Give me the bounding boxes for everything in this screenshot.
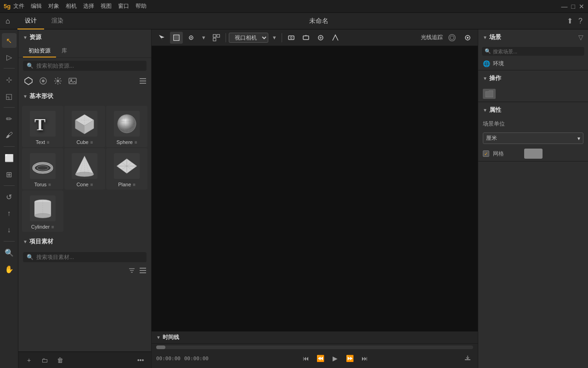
menu-file[interactable]: 文件 [13, 2, 24, 10]
grid-checkbox[interactable]: ✓ [483, 150, 489, 157]
vt-settings[interactable] [461, 32, 474, 44]
vt-snap[interactable] [185, 32, 198, 44]
home-icon[interactable]: ⌂ [6, 17, 10, 25]
toolbar-down[interactable]: ↓ [2, 223, 17, 237]
properties-header[interactable]: ▼ 属性 [478, 102, 588, 118]
basic-shapes-header[interactable]: ▼ 基本形状 [18, 88, 151, 104]
maximize-icon[interactable]: □ [571, 3, 575, 10]
scene-unit-dropdown[interactable]: 厘米 ▾ [483, 132, 583, 144]
vt-transform[interactable] [210, 32, 223, 44]
tab-library[interactable]: 库 [56, 45, 73, 58]
project-sort-icon[interactable] [128, 267, 136, 274]
folder-icon[interactable] [483, 89, 496, 99]
shape-cylinder[interactable]: Cylinder ≡ [22, 190, 63, 232]
scene-environment[interactable]: 🌐 环境 [478, 58, 588, 70]
camera-select[interactable]: 视口相机 [229, 33, 268, 43]
delete-button[interactable]: 🗑 [54, 354, 66, 366]
panel-scroll: ▼ 基本形状 T Text ≡ [18, 88, 151, 351]
menu-object[interactable]: 对象 [48, 2, 59, 10]
project-list-icon[interactable] [139, 267, 147, 274]
toolbar-up[interactable]: ↑ [2, 206, 17, 221]
filter-light-icon[interactable] [52, 75, 63, 86]
filter-material-icon[interactable] [38, 75, 49, 86]
shape-text[interactable]: T Text ≡ [22, 106, 63, 147]
scene-search-input[interactable] [493, 49, 582, 54]
scene-title: 场景 [489, 33, 501, 41]
svg-rect-68 [213, 38, 216, 41]
assets-section-header[interactable]: ▼ 资源 [18, 29, 151, 45]
scene-section-header[interactable]: ▼ 场景 ▽ [478, 29, 588, 45]
add-button[interactable]: + [23, 354, 35, 366]
shape-plane[interactable]: Plane ≡ [106, 148, 147, 190]
help-icon[interactable]: ? [578, 17, 582, 25]
tc-next-frame[interactable]: ⏩ [345, 353, 356, 364]
tab-initial-assets[interactable]: 初始资源 [23, 45, 56, 58]
scene-filter-icon[interactable]: ▽ [578, 34, 583, 41]
vt-raytracing-toggle[interactable] [445, 32, 459, 44]
minimize-icon[interactable]: — [561, 3, 568, 10]
shape-torus[interactable]: Torus ≡ [22, 148, 63, 190]
project-search-input[interactable] [36, 254, 143, 260]
menu-window[interactable]: 窗口 [118, 2, 129, 10]
project-assets-header[interactable]: ▼ 项目素材 [18, 234, 151, 249]
toolbar-pen[interactable]: ✏ [2, 111, 17, 126]
viewport-canvas[interactable] [152, 46, 478, 331]
tab-design[interactable]: 设计 [17, 13, 44, 29]
vt-frame[interactable] [170, 32, 183, 44]
vt-chevron-cam[interactable]: ▾ [270, 32, 279, 44]
tc-skip-back[interactable]: ⏮ [300, 353, 311, 364]
vt-cam4[interactable] [329, 32, 342, 44]
shape-sphere-settings[interactable]: ≡ [135, 140, 137, 145]
shape-text-settings[interactable]: ≡ [47, 140, 50, 145]
project-search: 🔍 [23, 252, 147, 262]
tc-prev-frame[interactable]: ⏪ [315, 353, 326, 364]
vt-cam2[interactable] [300, 32, 312, 44]
shape-cone-settings[interactable]: ≡ [90, 182, 93, 187]
more-button[interactable]: ••• [135, 354, 147, 366]
menu-help[interactable]: 帮助 [136, 2, 147, 10]
toolbar-undo[interactable]: ↺ [2, 190, 17, 204]
grid-color[interactable] [524, 149, 543, 159]
share-icon[interactable]: ⬆ [567, 17, 573, 25]
menu-view[interactable]: 视图 [101, 2, 112, 10]
toolbar-shape[interactable]: ◱ [2, 89, 17, 104]
folder-button[interactable]: 🗀 [39, 354, 51, 366]
shape-torus-settings[interactable]: ≡ [48, 182, 51, 187]
filter-3d-icon[interactable] [23, 75, 34, 86]
svg-rect-67 [217, 34, 220, 37]
vt-cam1[interactable] [285, 32, 298, 44]
toolbar-move[interactable]: ▷ [2, 50, 17, 64]
toolbar-box[interactable]: ⬜ [2, 150, 17, 165]
tc-export[interactable] [462, 353, 473, 364]
tc-play[interactable]: ▶ [330, 353, 341, 364]
tab-render[interactable]: 渲染 [44, 13, 71, 29]
tc-skip-forward[interactable]: ⏭ [359, 353, 370, 364]
toolbar-cursor[interactable]: ↖ [2, 33, 17, 48]
toolbar-search[interactable]: 🔍 [2, 245, 17, 260]
filter-image-icon[interactable] [67, 75, 78, 86]
menu-edit[interactable]: 编辑 [31, 2, 42, 10]
assets-search: 🔍 [23, 61, 147, 71]
shape-cylinder-settings[interactable]: ≡ [51, 224, 54, 230]
menu-select[interactable]: 选择 [83, 2, 94, 10]
shape-sphere-preview [113, 110, 141, 138]
actions-header[interactable]: ▼ 操作 [478, 70, 588, 86]
list-view-toggle[interactable] [139, 77, 147, 85]
assets-search-input[interactable] [36, 63, 143, 69]
toolbar-multi[interactable]: ⊞ [2, 167, 17, 182]
shape-cube-settings[interactable]: ≡ [90, 140, 93, 145]
svg-point-75 [450, 36, 454, 40]
shape-sphere[interactable]: Sphere ≡ [106, 106, 147, 147]
toolbar-hand[interactable]: ✋ [2, 262, 17, 276]
vt-chevron[interactable]: ▾ [199, 32, 208, 44]
shape-cube[interactable]: Cube ≡ [64, 106, 106, 147]
timeline-bar[interactable] [156, 345, 473, 349]
menu-camera[interactable]: 相机 [66, 2, 77, 10]
toolbar-paint[interactable]: 🖌 [2, 128, 17, 143]
shape-plane-settings[interactable]: ≡ [133, 182, 136, 187]
close-icon[interactable]: ✕ [579, 3, 584, 10]
shape-cone[interactable]: Cone ≡ [64, 148, 106, 190]
vt-select[interactable] [155, 32, 168, 44]
vt-cam3[interactable] [314, 32, 327, 44]
toolbar-transform[interactable]: ⊹ [2, 72, 17, 87]
